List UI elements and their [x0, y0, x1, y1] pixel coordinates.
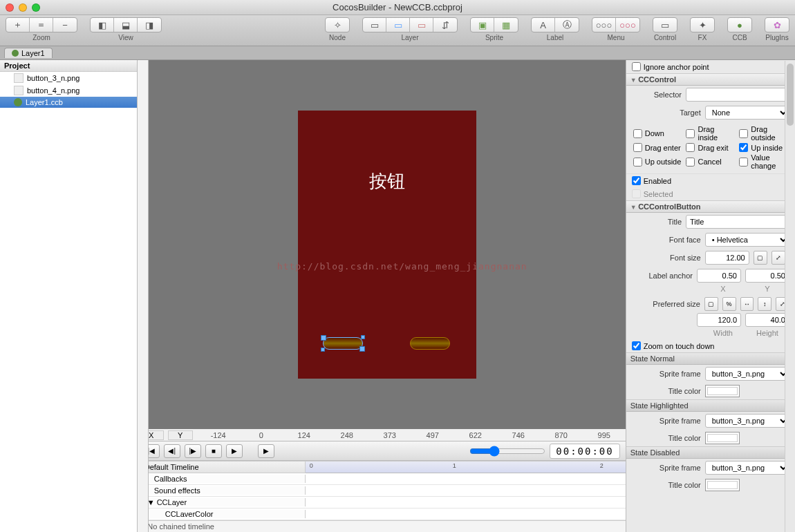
image-file-icon: [14, 73, 24, 83]
size-abs-btn[interactable]: ▢: [704, 297, 718, 311]
tl-row-label[interactable]: Sound effects: [138, 486, 306, 495]
tree-item[interactable]: button_3_n.png: [0, 72, 137, 84]
title-color-well-normal[interactable]: [705, 385, 740, 397]
spriteframe-select-dis[interactable]: button_3_n.png: [705, 461, 789, 475]
section-cccontrol[interactable]: CCControl: [626, 73, 795, 86]
timeline-zoom-slider[interactable]: [469, 446, 545, 457]
label-ttf-button[interactable]: A: [532, 18, 555, 32]
title-color-well-dis[interactable]: [705, 479, 740, 491]
label-bmf-button[interactable]: Ⓐ: [555, 18, 579, 32]
section-cccontrolbutton[interactable]: CCControlButton: [626, 200, 795, 213]
fx-button[interactable]: ✦: [691, 18, 714, 32]
spriteframe-select-high[interactable]: button_3_n.png: [705, 414, 789, 428]
node-button[interactable]: ✧: [326, 18, 349, 32]
sprite-button[interactable]: ▣: [471, 18, 494, 32]
view-bottom-button[interactable]: ⬓: [114, 18, 138, 32]
tab-layer1[interactable]: Layer1: [4, 48, 53, 58]
zoom-touch-checkbox[interactable]: Zoom on touch down: [632, 341, 715, 350]
title-field[interactable]: [686, 215, 789, 229]
layer-gradient-button[interactable]: ▭: [410, 18, 433, 32]
menu-item-button[interactable]: ○○○: [616, 18, 639, 32]
selected-button-node[interactable]: [323, 337, 363, 350]
stop-button[interactable]: ■: [205, 444, 222, 458]
view-right-button[interactable]: ◨: [138, 18, 161, 32]
size-fit-btn[interactable]: ⤢: [771, 251, 785, 265]
project-tree[interactable]: button_3_n.png button_4_n.png Layer1.ccb: [0, 72, 137, 532]
evt-down[interactable]: Down: [633, 125, 682, 142]
ruler-tick: 124: [283, 431, 326, 439]
fontface-select[interactable]: • Helvetica: [705, 233, 789, 247]
evt-up-inside[interactable]: Up inside: [739, 143, 788, 152]
sprite9-button[interactable]: ▦: [494, 18, 518, 32]
selection-handle-icon[interactable]: [361, 335, 365, 339]
pref-h-field[interactable]: [745, 313, 789, 327]
step-back-button[interactable]: ◀|: [164, 444, 180, 458]
fontsize-field[interactable]: [705, 251, 749, 265]
play-loop-button[interactable]: ▶: [258, 444, 274, 458]
zoom-out-button[interactable]: −: [53, 18, 77, 32]
sprite-label: Sprite: [485, 34, 503, 41]
selector-field[interactable]: [686, 88, 789, 102]
state-dis-header: State Disabled: [626, 446, 795, 459]
tl-row-label[interactable]: ▼ CCLayer: [138, 498, 306, 506]
tree-item[interactable]: Layer1.ccb: [0, 97, 137, 108]
control-button[interactable]: ▭: [653, 18, 677, 32]
tree-item-label: Layer1.ccb: [26, 98, 63, 106]
tl-tick: 0: [310, 462, 313, 469]
canvas[interactable]: 按钮 http://blog.csdn.net/wang_meng_jiangn…: [149, 60, 626, 429]
toolbar: ＋ ＝ − Zoom ◧ ⬓ ◨ View ✧Node ▭ ▭ ▭ ⇵ Laye…: [0, 15, 795, 46]
play-button[interactable]: ▶: [226, 444, 243, 458]
scrollbar-vertical[interactable]: [785, 61, 795, 532]
tl-row-label[interactable]: CCLaverColor: [138, 510, 306, 518]
size-v-btn[interactable]: ↕: [758, 297, 771, 311]
minimize-icon[interactable]: [19, 3, 27, 12]
size-h-btn[interactable]: ↔: [740, 297, 754, 311]
ccb-file-icon: [14, 98, 22, 106]
evt-cancel[interactable]: Cancel: [686, 153, 735, 170]
selected-checkbox[interactable]: Selected: [632, 189, 673, 198]
evt-drag-exit[interactable]: Drag exit: [686, 143, 735, 152]
target-select[interactable]: None: [705, 106, 789, 120]
layer-color-button[interactable]: ▭: [386, 18, 410, 32]
timeline-ruler[interactable]: 0 1 2: [306, 462, 626, 473]
scroll-thumb[interactable]: [787, 64, 794, 126]
pref-w-field[interactable]: [697, 313, 741, 327]
selection-handle-icon[interactable]: [321, 348, 325, 352]
spriteframe-label: Sprite frame: [632, 417, 701, 425]
layer-plain-button[interactable]: ▭: [363, 18, 386, 32]
ignore-anchor-checkbox[interactable]: Ignore anchor point: [632, 62, 709, 71]
view-left-button[interactable]: ◧: [91, 18, 114, 32]
tl-row-label[interactable]: Callbacks: [138, 475, 306, 483]
zoom-reset-button[interactable]: ＝: [30, 18, 53, 32]
tree-item[interactable]: button_4_n.png: [0, 84, 137, 97]
evt-value-change[interactable]: Value change: [739, 153, 788, 170]
title-color-well-high[interactable]: [705, 432, 740, 444]
timeline-name[interactable]: Default Timeline: [138, 462, 306, 473]
button-node[interactable]: [410, 337, 450, 350]
size-mode-btn[interactable]: ▢: [754, 251, 767, 265]
plugins-button[interactable]: ✿: [765, 18, 789, 32]
zoom-in-button[interactable]: ＋: [6, 18, 30, 32]
timeline-footer[interactable]: ▶| No chained timeline: [138, 520, 626, 532]
zoom-icon[interactable]: [32, 3, 40, 12]
close-icon[interactable]: [6, 3, 14, 12]
anchor-y-field[interactable]: [745, 269, 789, 283]
timeline-panel: Default Timeline 0 1 2 Callbacks Sound e…: [138, 461, 626, 532]
enabled-checkbox[interactable]: Enabled: [632, 176, 671, 185]
titlebar: CocosBuilder - NewCCB.ccbproj: [0, 0, 795, 15]
ruler-tick: 0: [240, 431, 283, 439]
spriteframe-select-normal[interactable]: button_3_n.png: [705, 367, 789, 381]
evt-drag-inside[interactable]: Drag inside: [686, 125, 735, 142]
tree-item-label: button_4_n.png: [27, 86, 80, 95]
evt-drag-enter[interactable]: Drag enter: [633, 143, 682, 152]
window-title: CocosBuilder - NewCCB.ccbproj: [0, 2, 795, 12]
ccb-button[interactable]: ●: [728, 18, 751, 32]
step-forward-button[interactable]: |▶: [185, 444, 201, 458]
anchor-x-field[interactable]: [697, 269, 741, 283]
evt-drag-outside[interactable]: Drag outside: [739, 125, 788, 142]
layer-scroll-button[interactable]: ⇵: [433, 18, 457, 32]
size-pct-btn[interactable]: %: [722, 297, 736, 311]
menu-button[interactable]: ○○○: [592, 18, 616, 32]
evt-up-outside[interactable]: Up outside: [633, 153, 682, 170]
stage[interactable]: 按钮 http://blog.csdn.net/wang_meng_jiangn…: [298, 111, 476, 379]
